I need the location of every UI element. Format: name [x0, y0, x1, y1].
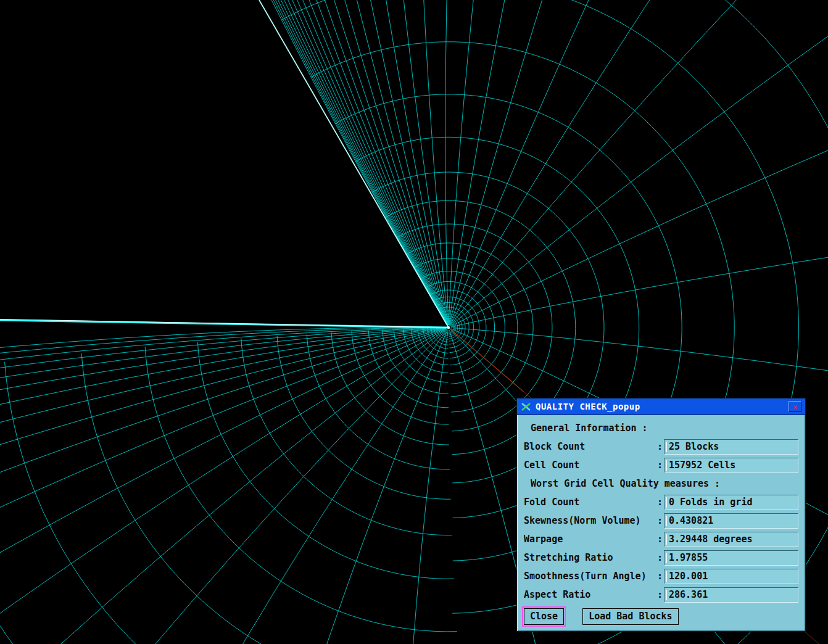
colon: :: [657, 534, 663, 545]
colon: :: [657, 589, 663, 600]
colon: :: [657, 497, 663, 508]
row-warpage: Warpage : 3.29448 degrees: [517, 530, 805, 548]
text-caret: [666, 516, 667, 526]
section-general-information: General Information :: [517, 419, 805, 437]
text-caret: [666, 590, 667, 600]
load-bad-blocks-button[interactable]: Load Bad Blocks: [582, 608, 678, 625]
text-caret: [666, 571, 667, 582]
skewness-label: Skewness(Norm Volume): [524, 515, 657, 526]
cell-count-field[interactable]: 157952 Cells: [664, 458, 798, 473]
text-caret: [666, 442, 667, 452]
colon: :: [657, 571, 663, 582]
row-fold-count: Fold Count : 0 Folds in grid: [517, 493, 805, 511]
aspect-ratio-field[interactable]: 286.361: [664, 587, 798, 603]
warpage-label: Warpage: [524, 534, 657, 545]
close-icon[interactable]: ✕: [789, 401, 801, 412]
dialog-content: General Information : Block Count : 25 B…: [517, 415, 805, 631]
row-aspect-ratio: Aspect Ratio : 286.361: [517, 585, 805, 604]
stretching-ratio-field[interactable]: 1.97855: [664, 550, 798, 566]
block-count-value: 25 Blocks: [669, 441, 719, 452]
colon: :: [657, 460, 663, 471]
app-x-icon: [521, 402, 531, 411]
colon: :: [657, 515, 663, 526]
dialog-title: QUALITY CHECK_popup: [536, 402, 640, 411]
stretching-ratio-label: Stretching Ratio: [524, 552, 657, 563]
warpage-field[interactable]: 3.29448 degrees: [664, 532, 798, 547]
close-button[interactable]: Close: [524, 608, 564, 625]
block-count-label: Block Count: [524, 441, 657, 452]
text-caret: [666, 497, 667, 508]
row-skewness: Skewness(Norm Volume) : 0.430821: [517, 511, 805, 530]
quality-check-dialog: QUALITY CHECK_popup ✕ General Informatio…: [516, 398, 806, 632]
cell-count-value: 157952 Cells: [669, 460, 735, 471]
skewness-value: 0.430821: [669, 515, 713, 526]
skewness-field[interactable]: 0.430821: [664, 513, 798, 529]
fold-count-label: Fold Count: [524, 497, 657, 508]
text-caret: [666, 460, 667, 471]
fold-count-value: 0 Folds in grid: [669, 497, 752, 508]
text-caret: [666, 553, 667, 563]
dialog-titlebar[interactable]: QUALITY CHECK_popup ✕: [517, 398, 805, 415]
row-stretching-ratio: Stretching Ratio : 1.97855: [517, 548, 805, 567]
smoothness-value: 120.001: [669, 571, 708, 582]
cell-count-label: Cell Count: [524, 460, 657, 471]
smoothness-label: Smoothness(Turn Angle): [524, 571, 657, 582]
fold-count-field[interactable]: 0 Folds in grid: [664, 495, 798, 510]
row-smoothness: Smoothness(Turn Angle) : 120.001: [517, 567, 805, 585]
aspect-ratio-label: Aspect Ratio: [524, 589, 657, 600]
text-caret: [666, 534, 667, 545]
colon: :: [657, 552, 663, 563]
block-count-field[interactable]: 25 Blocks: [664, 439, 798, 455]
stretching-ratio-value: 1.97855: [669, 552, 708, 563]
smoothness-field[interactable]: 120.001: [664, 569, 798, 584]
aspect-ratio-value: 286.361: [669, 589, 708, 600]
warpage-value: 3.29448 degrees: [669, 534, 752, 545]
row-block-count: Block Count : 25 Blocks: [517, 437, 805, 456]
row-cell-count: Cell Count : 157952 Cells: [517, 456, 805, 474]
colon: :: [657, 441, 663, 452]
button-row: Close Load Bad Blocks: [517, 604, 805, 629]
section-worst-quality: Worst Grid Cell Quality measures :: [517, 474, 805, 493]
